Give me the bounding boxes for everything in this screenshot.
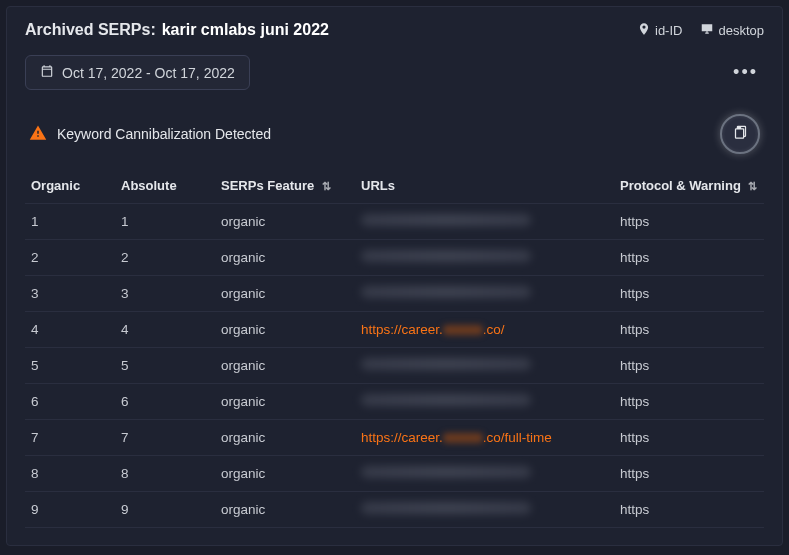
cell-protocol: https bbox=[614, 492, 764, 528]
title-keyword: karir cmlabs juni 2022 bbox=[162, 21, 329, 39]
col-header-organic[interactable]: Organic bbox=[25, 168, 115, 204]
cell-absolute: 7 bbox=[115, 420, 215, 456]
cell-feature: organic bbox=[215, 492, 355, 528]
cell-url bbox=[355, 240, 614, 276]
cell-feature: organic bbox=[215, 456, 355, 492]
clipboard-icon bbox=[733, 125, 748, 143]
cell-protocol: https bbox=[614, 348, 764, 384]
cell-organic: 3 bbox=[25, 276, 115, 312]
cell-absolute: 2 bbox=[115, 240, 215, 276]
cell-url bbox=[355, 276, 614, 312]
col-header-protocol[interactable]: Protocol & Warning ⇅ bbox=[614, 168, 764, 204]
cell-organic: 1 bbox=[25, 204, 115, 240]
table-header-row: Organic Absolute SERPs Feature ⇅ URLs Pr… bbox=[25, 168, 764, 204]
table-row: 77organichttps://career..co/full-timehtt… bbox=[25, 420, 764, 456]
col-header-feature[interactable]: SERPs Feature ⇅ bbox=[215, 168, 355, 204]
sort-icon: ⇅ bbox=[322, 180, 331, 192]
date-range-text: Oct 17, 2022 - Oct 17, 2022 bbox=[62, 65, 235, 81]
date-range-picker[interactable]: Oct 17, 2022 - Oct 17, 2022 bbox=[25, 55, 250, 90]
col-header-absolute[interactable]: Absolute bbox=[115, 168, 215, 204]
cell-protocol: https bbox=[614, 240, 764, 276]
cell-feature: organic bbox=[215, 420, 355, 456]
sort-icon: ⇅ bbox=[748, 180, 757, 192]
col-header-feature-label: SERPs Feature bbox=[221, 178, 314, 193]
url-redacted bbox=[361, 286, 531, 298]
location-pin-icon bbox=[637, 22, 651, 39]
cell-url: https://career..co/full-time bbox=[355, 420, 614, 456]
alert-row: Keyword Cannibalization Detected bbox=[25, 114, 764, 154]
cell-url: https://career..co/ bbox=[355, 312, 614, 348]
cell-absolute: 3 bbox=[115, 276, 215, 312]
cell-organic: 4 bbox=[25, 312, 115, 348]
cell-feature: organic bbox=[215, 276, 355, 312]
cell-protocol: https bbox=[614, 312, 764, 348]
table-row: 55organichttps bbox=[25, 348, 764, 384]
table-row: 44organichttps://career..co/https bbox=[25, 312, 764, 348]
table-row: 66organichttps bbox=[25, 384, 764, 420]
url-redacted bbox=[361, 394, 531, 406]
cell-organic: 5 bbox=[25, 348, 115, 384]
cell-url bbox=[355, 204, 614, 240]
cell-protocol: https bbox=[614, 456, 764, 492]
url-link[interactable]: https://career..co/ bbox=[361, 322, 505, 337]
cell-absolute: 5 bbox=[115, 348, 215, 384]
controls-row: Oct 17, 2022 - Oct 17, 2022 ••• bbox=[25, 55, 764, 90]
cell-protocol: https bbox=[614, 276, 764, 312]
title-prefix: Archived SERPs: bbox=[25, 21, 156, 39]
cell-feature: organic bbox=[215, 204, 355, 240]
warning-triangle-icon bbox=[29, 124, 47, 145]
cell-protocol: https bbox=[614, 420, 764, 456]
copy-button[interactable] bbox=[720, 114, 760, 154]
table-row: 22organichttps bbox=[25, 240, 764, 276]
cell-organic: 6 bbox=[25, 384, 115, 420]
serps-table: Organic Absolute SERPs Feature ⇅ URLs Pr… bbox=[25, 168, 764, 528]
url-redacted-part bbox=[443, 325, 483, 335]
cell-url bbox=[355, 456, 614, 492]
locale-indicator: id-ID bbox=[637, 22, 682, 39]
cell-absolute: 9 bbox=[115, 492, 215, 528]
cell-feature: organic bbox=[215, 348, 355, 384]
url-redacted-part bbox=[443, 433, 483, 443]
calendar-icon bbox=[40, 64, 54, 81]
cell-absolute: 6 bbox=[115, 384, 215, 420]
alert-text-label: Keyword Cannibalization Detected bbox=[57, 126, 271, 142]
cell-organic: 2 bbox=[25, 240, 115, 276]
cell-feature: organic bbox=[215, 384, 355, 420]
locale-text: id-ID bbox=[655, 23, 682, 38]
col-header-protocol-label: Protocol & Warning bbox=[620, 178, 741, 193]
cell-absolute: 8 bbox=[115, 456, 215, 492]
cell-organic: 9 bbox=[25, 492, 115, 528]
url-redacted bbox=[361, 466, 531, 478]
more-options-button[interactable]: ••• bbox=[727, 58, 764, 87]
table-row: 99organichttps bbox=[25, 492, 764, 528]
archived-serps-panel: Archived SERPs: karir cmlabs juni 2022 i… bbox=[6, 6, 783, 546]
url-redacted bbox=[361, 214, 531, 226]
cell-organic: 8 bbox=[25, 456, 115, 492]
cell-url bbox=[355, 348, 614, 384]
cell-protocol: https bbox=[614, 204, 764, 240]
table-body: 11organichttps22organichttps33organichtt… bbox=[25, 204, 764, 528]
table-row: 33organichttps bbox=[25, 276, 764, 312]
title-block: Archived SERPs: karir cmlabs juni 2022 bbox=[25, 21, 329, 39]
meta-block: id-ID desktop bbox=[637, 22, 764, 39]
cell-organic: 7 bbox=[25, 420, 115, 456]
cell-url bbox=[355, 492, 614, 528]
cell-url bbox=[355, 384, 614, 420]
device-text: desktop bbox=[718, 23, 764, 38]
url-link[interactable]: https://career..co/full-time bbox=[361, 430, 552, 445]
cell-protocol: https bbox=[614, 384, 764, 420]
url-redacted bbox=[361, 358, 531, 370]
col-header-urls[interactable]: URLs bbox=[355, 168, 614, 204]
table-row: 11organichttps bbox=[25, 204, 764, 240]
table-row: 88organichttps bbox=[25, 456, 764, 492]
cell-absolute: 1 bbox=[115, 204, 215, 240]
panel-header: Archived SERPs: karir cmlabs juni 2022 i… bbox=[25, 21, 764, 39]
cannibalization-alert: Keyword Cannibalization Detected bbox=[29, 124, 271, 145]
cell-feature: organic bbox=[215, 312, 355, 348]
cell-absolute: 4 bbox=[115, 312, 215, 348]
cell-feature: organic bbox=[215, 240, 355, 276]
url-redacted bbox=[361, 502, 531, 514]
desktop-icon bbox=[700, 22, 714, 39]
url-redacted bbox=[361, 250, 531, 262]
device-indicator: desktop bbox=[700, 22, 764, 39]
